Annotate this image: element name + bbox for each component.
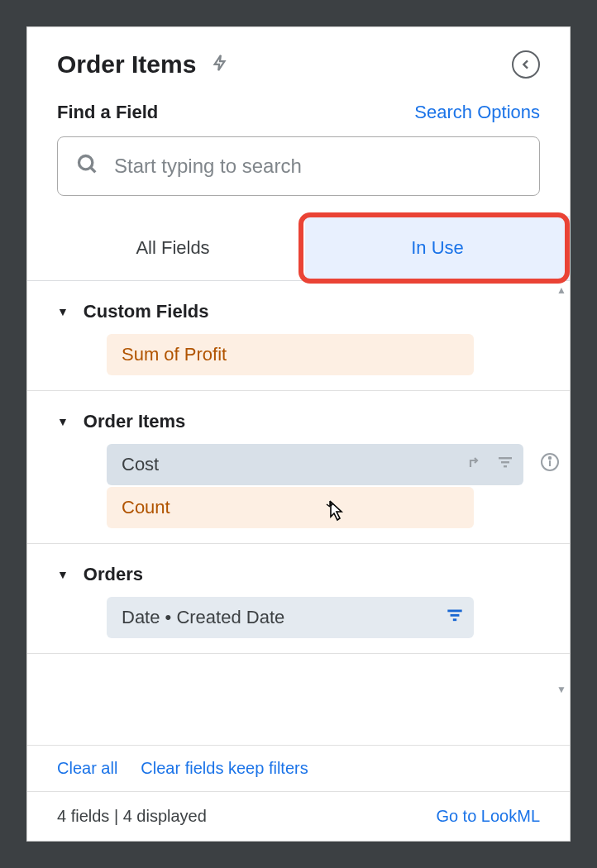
tab-in-use[interactable]: In Use (305, 216, 570, 280)
field-label: Date • Created Date (122, 607, 284, 628)
svg-rect-4 (504, 465, 507, 467)
filter-icon[interactable] (444, 604, 466, 631)
clear-keep-filters-link[interactable]: Clear fields keep filters (141, 759, 308, 778)
svg-line-1 (91, 168, 96, 173)
collapse-button[interactable] (512, 50, 540, 79)
section-header-orders[interactable]: ▼ Orders (42, 559, 540, 597)
field-count[interactable]: Count (107, 487, 474, 528)
field-label: Cost (122, 454, 159, 475)
bottom-actions: Clear all Clear fields keep filters (27, 745, 570, 791)
svg-point-7 (549, 457, 551, 459)
field-label: Count (122, 497, 170, 518)
pivot-icon[interactable] (466, 452, 485, 477)
scroll-down-icon[interactable]: ▼ (556, 684, 566, 695)
section-orders: ▼ Orders Date • Created Date (27, 544, 570, 654)
field-label: Sum of Profit (122, 344, 227, 365)
search-icon (76, 153, 99, 179)
section-title: Order Items (84, 411, 186, 432)
field-date-created[interactable]: Date • Created Date (107, 597, 474, 638)
section-header-custom[interactable]: ▼ Custom Fields (42, 296, 540, 334)
svg-point-0 (79, 156, 93, 169)
tab-all-fields[interactable]: All Fields (41, 216, 305, 280)
footer: 4 fields | 4 displayed Go to LookML (27, 791, 570, 841)
field-cost[interactable]: Cost (107, 444, 523, 485)
info-icon[interactable] (540, 452, 560, 477)
field-picker-panel: Order Items Find a Field Search Options … (26, 26, 571, 842)
svg-rect-3 (501, 461, 509, 463)
lightning-icon[interactable] (211, 51, 229, 78)
field-actions (444, 604, 466, 631)
search-input[interactable] (114, 155, 521, 178)
field-actions (466, 452, 515, 477)
section-header-order-items[interactable]: ▼ Order Items (42, 406, 540, 444)
caret-down-icon: ▼ (57, 415, 69, 428)
svg-rect-2 (499, 457, 512, 459)
svg-rect-11 (447, 610, 461, 613)
section-title: Custom Fields (84, 301, 209, 322)
field-side-actions (540, 452, 570, 477)
field-sum-of-profit[interactable]: Sum of Profit (107, 334, 474, 375)
field-count-status: 4 fields | 4 displayed (57, 807, 207, 826)
panel-header: Order Items (27, 27, 570, 95)
section-title: Orders (84, 564, 143, 585)
scroll-up-icon[interactable]: ▲ (556, 284, 566, 296)
search-box[interactable] (57, 136, 540, 196)
field-list: ▲ ▼ Custom Fields Sum of Profit ▼ Order … (27, 281, 570, 745)
tabs: All Fields In Use (27, 216, 570, 281)
panel-title: Order Items (57, 50, 196, 79)
caret-down-icon: ▼ (57, 568, 69, 581)
search-header-row: Find a Field Search Options (27, 95, 570, 136)
svg-rect-12 (451, 614, 460, 617)
caret-down-icon: ▼ (57, 305, 69, 318)
section-custom-fields: ▼ Custom Fields Sum of Profit (27, 281, 570, 391)
go-to-lookml-link[interactable]: Go to LookML (436, 807, 540, 826)
find-field-label: Find a Field (57, 102, 414, 123)
section-order-items: ▼ Order Items Cost (27, 391, 570, 544)
search-options-link[interactable]: Search Options (414, 102, 540, 123)
clear-all-link[interactable]: Clear all (57, 759, 117, 778)
filter-icon[interactable] (495, 452, 515, 477)
svg-rect-13 (453, 618, 456, 621)
